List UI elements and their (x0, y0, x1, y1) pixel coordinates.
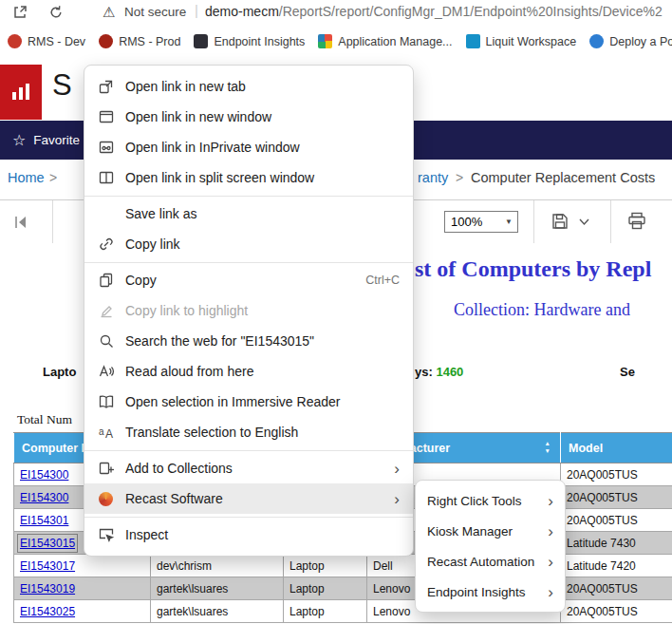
zoom-value: 100% (451, 215, 482, 229)
submenu-item-recast-automation[interactable]: Recast Automation › (416, 546, 565, 577)
zoom-select[interactable]: 100% ▼ (444, 211, 518, 233)
rms-dev-favicon-icon (8, 34, 22, 48)
menu-item-immersive-reader[interactable]: Open selection in Immersive Reader (84, 387, 413, 417)
submenu-item-right-click-tools[interactable]: Right Click Tools › (416, 485, 565, 516)
svg-text:A: A (105, 427, 113, 441)
user-cell: dev\chrism (151, 555, 284, 577)
print-icon[interactable] (626, 212, 647, 231)
model-cell: 20AQ005TUS (561, 509, 672, 532)
model-cell: 20AQ005TUS (561, 463, 672, 486)
computer-link[interactable]: EI154300 (20, 491, 68, 504)
menu-item-read-aloud[interactable]: Read aloud from here (84, 356, 413, 387)
deploy-favicon-icon (589, 34, 604, 48)
recast-submenu: Right Click Tools › Kiosk Manager › Reca… (415, 480, 566, 613)
menu-item-copy-link[interactable]: Copy link (84, 229, 413, 259)
inprivate-icon (97, 139, 115, 157)
recast-icon (97, 490, 115, 508)
menu-item-open-link-new-tab[interactable]: Open link in new tab (84, 71, 413, 102)
bookmark-label: Deploy a Power (609, 35, 672, 48)
submenu-arrow-icon: › (548, 584, 553, 600)
computer-link[interactable]: EI154300 (20, 468, 68, 482)
menu-separator (84, 196, 413, 197)
chassis-cell: Laptop (284, 555, 367, 577)
breadcrumb-separator: > (49, 170, 57, 185)
menu-item-open-link-inprivate[interactable]: Open link in InPrivate window (84, 132, 413, 162)
menu-item-save-link-as[interactable]: Save link as (84, 199, 413, 229)
refresh-icon[interactable] (47, 4, 65, 21)
security-label[interactable]: Not secure (124, 5, 186, 19)
computer-link[interactable]: EI154301 (20, 514, 68, 527)
bookmark-label: RMS - Prod (119, 35, 180, 48)
bookmark-liquit-workspace[interactable]: Liquit Workspace (466, 34, 577, 48)
share-icon[interactable] (11, 4, 28, 21)
export-save-icon[interactable] (551, 212, 569, 231)
submenu-arrow-icon: › (548, 523, 553, 539)
menu-item-copy[interactable]: Copy Ctrl+C (84, 265, 413, 295)
immersive-reader-icon (97, 393, 115, 411)
screen: ⚠ Not secure | demo-mecm/ReportS/report/… (0, 0, 672, 624)
header-model: Model (561, 433, 672, 463)
toolbar-divider (52, 200, 53, 244)
model-cell: Latitude 7420 (561, 555, 672, 577)
menu-item-recast-software[interactable]: Recast Software › (84, 483, 413, 514)
breadcrumb-home[interactable]: Home (8, 170, 45, 185)
menu-item-open-link-new-window[interactable]: Open link in new window (84, 102, 413, 132)
menu-item-search-web[interactable]: Search the web for "EI1543015" (84, 326, 413, 356)
toolbar-divider (610, 200, 611, 244)
rms-prod-favicon-icon (99, 34, 113, 48)
warning-icon: ⚠ (103, 3, 115, 22)
chassis-cell: Laptop (284, 577, 367, 600)
bar-chart-icon (9, 80, 33, 104)
menu-item-inspect[interactable]: Inspect (84, 520, 413, 550)
bookmark-rms-dev[interactable]: RMS - Dev (8, 34, 85, 48)
table-row: EI1543019 gartek\lsuares Laptop Lenovo 2… (14, 577, 672, 600)
new-window-icon (97, 108, 115, 126)
submenu-arrow-icon: › (548, 493, 553, 509)
star-icon[interactable]: ☆ (12, 133, 26, 148)
breadcrumb-warranty[interactable]: ranty (418, 170, 448, 185)
computer-link[interactable]: EI1543017 (20, 559, 75, 573)
bookmark-label: Endpoint Insights (214, 35, 305, 48)
bookmark-application-manager[interactable]: Application Manage... (318, 34, 452, 48)
menu-item-translate[interactable]: a A Translate selection to English (84, 417, 413, 447)
days-value: 1460 (436, 365, 463, 379)
favorites-label[interactable]: Favorite (33, 133, 80, 147)
submenu-item-kiosk-manager[interactable]: Kiosk Manager › (416, 516, 565, 546)
url-text[interactable]: demo-mecm/ReportS/report/ConfigMgr_DM1/E… (205, 4, 672, 19)
url-path: /ReportS/report/ConfigMgr_DM1/Endpoint%2… (279, 4, 663, 19)
submenu-item-endpoint-insights[interactable]: Endpoint Insights › (416, 577, 565, 607)
first-page-icon[interactable] (11, 213, 30, 232)
bookmark-rms-prod[interactable]: RMS - Prod (99, 34, 180, 48)
report-title: st of Computers by Repl (415, 256, 651, 282)
menu-item-open-link-split-screen[interactable]: Open link in split screen window (84, 162, 413, 193)
total-label: Total Num (17, 412, 72, 427)
bookmark-label: RMS - Dev (28, 35, 85, 48)
export-chevron-icon[interactable] (579, 218, 589, 226)
site-title: S (52, 68, 72, 103)
chassis-cell: Laptop (284, 600, 367, 623)
breadcrumb-current: Computer Replacement Costs (471, 170, 655, 185)
bookmark-deploy-a-power[interactable]: Deploy a Power (589, 34, 672, 48)
context-menu: Open link in new tab Open link in new wi… (84, 65, 414, 557)
computer-link[interactable]: EI1543019 (20, 582, 75, 596)
table-row: EI1543025 gartek\lsuares Laptop Lenovo 2… (14, 600, 672, 623)
no-icon (97, 205, 115, 223)
report-left-label: Lapto (43, 365, 76, 379)
report-server-logo[interactable] (0, 65, 42, 120)
computer-link-focused[interactable]: EI1543015 (20, 537, 75, 550)
highlighter-icon (97, 302, 115, 320)
collections-icon (97, 460, 115, 478)
bookmark-endpoint-insights[interactable]: Endpoint Insights (194, 34, 305, 48)
bookmarks-bar: RMS - Dev RMS - Prod Endpoint Insights A… (0, 26, 672, 58)
model-cell: Latitude 7430 (561, 532, 672, 555)
report-right-label: Se (620, 365, 635, 379)
model-cell: 20AQ005TUS (561, 600, 672, 623)
translate-icon: a A (97, 424, 115, 442)
user-cell: gartek\lsuares (151, 600, 284, 623)
menu-item-copy-link-to-highlight: Copy link to highlight (84, 295, 413, 326)
menu-item-add-to-collections[interactable]: Add to Collections › (84, 453, 413, 483)
computer-link[interactable]: EI1543025 (20, 605, 75, 618)
liquit-favicon-icon (466, 34, 480, 48)
submenu-arrow-icon: › (394, 491, 400, 507)
sort-icon[interactable]: ▲▼ (545, 441, 551, 454)
